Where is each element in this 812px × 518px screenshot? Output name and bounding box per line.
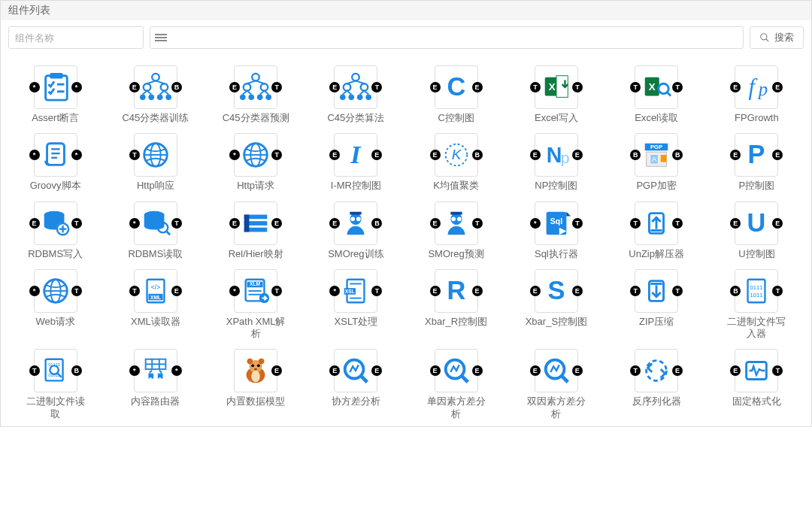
component-tile[interactable]: TT [635,201,678,245]
component-item[interactable]: **内容路由器 [105,346,205,426]
component-tile[interactable]: E [234,349,277,392]
search-button[interactable]: 搜索 [750,26,804,49]
component-item[interactable]: EEFPGrowth [707,62,807,130]
component-item[interactable]: EEXbar_S控制图 [506,266,606,347]
component-label: K均值聚类 [433,180,479,192]
component-label: Xbar_S控制图 [526,316,587,328]
component-tile[interactable]: ET [735,349,778,392]
component-item[interactable]: **Groovy脚本 [5,130,105,198]
port-badge-left: E [29,218,40,229]
component-tile[interactable]: ET [234,65,277,109]
component-item[interactable]: ETRDBMS写入 [5,198,105,266]
component-label: 单因素方差分析 [423,395,490,420]
component-name-input[interactable] [8,26,144,49]
component-item[interactable]: TEXML读取器 [105,266,205,347]
port-badge-right: E [672,365,683,376]
component-item[interactable]: *THttp请求 [206,130,306,198]
component-label: P控制图 [739,180,775,192]
component-tile[interactable]: *T [234,133,277,177]
component-label: Xbar_R控制图 [425,316,487,328]
component-list-panel: 组件列表 搜索 **Assert断言EBC45分类器训练ETC45分类器预测ET… [0,0,812,427]
component-item[interactable]: EBSMOreg训练 [306,198,406,266]
xsl-icon [340,275,371,307]
component-tile[interactable]: *T [134,201,177,245]
I-icon [340,139,371,171]
component-tile[interactable]: TE [134,269,177,313]
component-item[interactable]: THttp响应 [105,130,205,198]
component-tile[interactable]: T [134,133,177,177]
component-item[interactable]: TTUnZip解压器 [607,198,707,266]
component-item[interactable]: EEP控制图 [707,130,807,198]
component-item[interactable]: BT二进制文件写入器 [707,266,807,347]
component-item[interactable]: EE单因素方差分析 [406,346,506,426]
component-item[interactable]: EEXbar_R控制图 [406,266,506,347]
component-tile[interactable]: TT [535,65,578,109]
component-item[interactable]: EERel/Hier映射 [206,198,306,266]
component-tile[interactable]: ** [134,349,177,392]
component-tile[interactable]: EB [134,65,177,109]
component-tile[interactable]: EE [735,201,778,245]
component-tile[interactable]: ** [34,133,77,177]
component-item[interactable]: TTExcel写入 [506,62,606,130]
component-tile[interactable]: EE [535,269,578,313]
component-item[interactable]: ETSMOreg预测 [406,198,506,266]
component-item[interactable]: EBC45分类器训练 [105,62,205,130]
component-tile[interactable]: EE [234,201,277,245]
component-item[interactable]: ETC45分类器预测 [206,62,306,130]
component-item[interactable]: TB二进制文件读取 [5,346,105,426]
component-tile[interactable]: EB [334,201,377,245]
component-tile[interactable]: EE [535,133,578,177]
component-item[interactable]: EBK均值聚类 [406,130,506,198]
port-badge-left: * [29,286,40,296]
component-item[interactable]: *TWeb请求 [5,266,105,347]
svg-line-1 [766,39,769,42]
component-item[interactable]: TE反序列化器 [607,346,707,426]
component-item[interactable]: *TXSLT处理 [306,266,406,347]
component-item[interactable]: EE双因素方差分析 [506,346,606,426]
component-item[interactable]: EEC控制图 [406,62,506,130]
component-tile[interactable]: TE [635,349,678,392]
component-tile[interactable]: ** [34,65,77,109]
component-tile[interactable]: TT [635,269,678,313]
component-item[interactable]: *TXPath XML解析 [206,266,306,347]
component-tile[interactable]: ET [34,201,77,245]
component-item[interactable]: EEI-MR控制图 [306,130,406,198]
component-tile[interactable]: BB [635,133,678,177]
component-item[interactable]: EE协方差分析 [306,346,406,426]
component-tile[interactable]: BT [735,269,778,313]
component-item[interactable]: BBPGP加密 [607,130,707,198]
component-item[interactable]: TTExcel读取 [607,62,707,130]
component-label: NP控制图 [535,180,577,192]
component-tile[interactable]: *T [334,269,377,313]
component-tile[interactable]: *T [234,269,277,313]
component-item[interactable]: **Assert断言 [5,62,105,130]
port-badge-right: E [271,365,282,376]
menu-icon[interactable] [155,32,167,44]
component-tile[interactable]: ET [334,65,377,109]
component-tile[interactable]: EE [735,133,778,177]
component-tile[interactable]: EE [334,133,377,177]
component-label: 内置数据模型 [226,395,285,407]
port-badge-right: T [371,286,382,296]
component-tile[interactable]: TT [635,65,678,109]
component-tile[interactable]: *T [535,201,578,245]
component-item[interactable]: EEU控制图 [707,198,807,266]
filter-bar[interactable] [150,26,744,49]
component-tile[interactable]: EE [535,349,578,392]
component-tile[interactable]: EE [435,269,478,313]
component-tile[interactable]: *T [34,269,77,313]
component-tile[interactable]: EB [435,133,478,177]
component-item[interactable]: ET固定格式化 [707,346,807,426]
component-tile[interactable]: EE [435,349,478,392]
component-item[interactable]: TTZIP压缩 [607,266,707,347]
component-item[interactable]: ETC45分类算法 [306,62,406,130]
component-item[interactable]: *TRDBMS读取 [105,198,205,266]
component-tile[interactable]: TB [34,349,77,392]
component-tile[interactable]: EE [735,65,778,109]
component-tile[interactable]: EE [435,65,478,109]
component-tile[interactable]: EE [334,349,377,392]
component-item[interactable]: E内置数据模型 [206,346,306,426]
component-item[interactable]: EENP控制图 [506,130,606,198]
component-item[interactable]: *TSql执行器 [506,198,606,266]
component-tile[interactable]: ET [435,201,478,245]
